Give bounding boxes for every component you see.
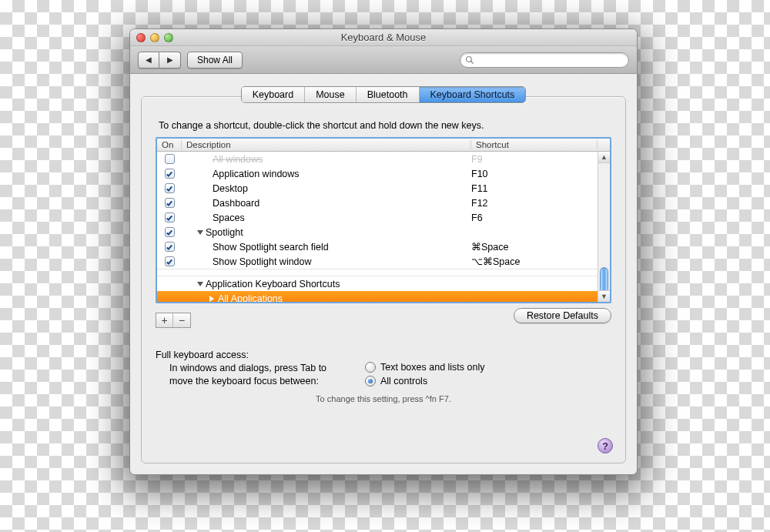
checkbox[interactable] <box>165 256 175 266</box>
fka-title: Full keyboard access: <box>156 350 611 360</box>
row-description: Application Keyboard Shortcuts <box>206 279 340 289</box>
disclosure-triangle-icon[interactable] <box>197 282 203 286</box>
forward-button[interactable]: ▶ <box>159 52 181 69</box>
table-row[interactable]: DashboardF12 <box>157 196 610 210</box>
remove-button[interactable]: − <box>173 313 190 327</box>
table-row[interactable]: Show Spotlight window⌥⌘Space <box>157 254 610 269</box>
table-row[interactable]: Show Spotlight search field⌘Space <box>157 239 610 254</box>
row-shortcut[interactable]: F12 <box>471 198 598 209</box>
row-shortcut[interactable]: F6 <box>471 212 598 223</box>
radio-icon <box>365 376 376 386</box>
preferences-window: Keyboard & Mouse ◀ ▶ Show All KeyboardMo… <box>129 28 638 475</box>
row-description: All windows <box>213 154 263 165</box>
checkbox[interactable] <box>165 227 175 237</box>
row-shortcut[interactable]: ⌘Space <box>471 241 598 253</box>
add-button[interactable]: + <box>156 313 173 327</box>
table-row[interactable]: All windowsF9 <box>157 152 610 166</box>
svg-point-0 <box>467 56 472 62</box>
row-shortcut[interactable]: F10 <box>471 169 598 179</box>
checkbox[interactable] <box>165 212 175 223</box>
radio-label: All controls <box>380 376 427 386</box>
col-on[interactable]: On <box>157 140 182 149</box>
shortcuts-table: On Description Shortcut All windowsF9App… <box>156 137 611 303</box>
tab-bluetooth[interactable]: Bluetooth <box>357 87 420 102</box>
search-input[interactable] <box>477 54 624 66</box>
table-body: All windowsF9Application windowsF10Deskt… <box>157 152 610 302</box>
scroll-down-button[interactable]: ▼ <box>598 290 610 302</box>
row-description: Dashboard <box>213 198 259 209</box>
table-row[interactable]: All Applications <box>157 291 610 302</box>
checkbox[interactable] <box>165 242 175 252</box>
radio-label: Text boxes and lists only <box>380 362 485 373</box>
row-description: Spotlight <box>206 227 243 238</box>
window-body: KeyboardMouseBluetoothKeyboard Shortcuts… <box>130 74 637 474</box>
chevron-right-icon: ▶ <box>167 55 173 64</box>
row-shortcut[interactable]: F9 <box>471 154 598 165</box>
table-gap <box>157 269 610 276</box>
scroll-up-button[interactable]: ▲ <box>598 152 610 163</box>
tab-mouse[interactable]: Mouse <box>305 87 357 102</box>
full-keyboard-access: Full keyboard access: In windows and dia… <box>156 350 611 403</box>
fka-options: Text boxes and lists only All controls <box>365 362 485 390</box>
checkbox[interactable] <box>165 169 175 179</box>
shortcuts-panel: To change a shortcut, double-click the s… <box>141 96 626 463</box>
scrollbar[interactable]: ▲ ▼ <box>598 152 610 302</box>
row-description: Application windows <box>213 169 300 179</box>
row-description: Desktop <box>213 183 248 194</box>
tab-keyboard-shortcuts[interactable]: Keyboard Shortcuts <box>420 87 526 102</box>
tab-keyboard[interactable]: Keyboard <box>242 87 306 102</box>
table-header: On Description Shortcut <box>157 139 610 152</box>
table-row[interactable]: Spotlight <box>157 225 610 239</box>
col-shortcut[interactable]: Shortcut <box>471 140 598 149</box>
row-description: Show Spotlight window <box>213 256 312 267</box>
restore-defaults-button[interactable]: Restore Defaults <box>514 308 611 323</box>
disclosure-triangle-icon[interactable] <box>197 230 203 235</box>
row-description: Show Spotlight search field <box>213 242 329 253</box>
back-button[interactable]: ◀ <box>138 52 159 69</box>
table-row[interactable]: DesktopF11 <box>157 181 610 196</box>
add-remove-control: + − <box>156 313 191 328</box>
chevron-left-icon: ◀ <box>146 55 152 64</box>
checkbox[interactable] <box>165 183 175 193</box>
table-row[interactable]: Application windowsF10 <box>157 166 610 181</box>
checkbox[interactable] <box>165 198 175 208</box>
fka-hint: To change this setting, press ^fn F7. <box>156 394 611 403</box>
row-description: Spaces <box>213 212 245 223</box>
table-row[interactable]: SpacesF6 <box>157 210 610 225</box>
disclosure-triangle-icon[interactable] <box>209 296 214 302</box>
nav-back-forward: ◀ ▶ <box>138 52 181 69</box>
radio-text-boxes-only[interactable]: Text boxes and lists only <box>365 362 485 373</box>
radio-icon <box>365 362 376 373</box>
tab-bar: KeyboardMouseBluetoothKeyboard Shortcuts <box>241 86 527 103</box>
row-description: All Applications <box>218 293 283 303</box>
table-row[interactable]: Application Keyboard Shortcuts <box>157 276 610 291</box>
toolbar: ◀ ▶ Show All <box>130 46 637 74</box>
instruction-text: To change a shortcut, double-click the s… <box>159 120 608 131</box>
row-shortcut[interactable]: ⌥⌘Space <box>471 256 598 267</box>
search-icon <box>465 55 474 65</box>
search-field[interactable] <box>460 52 629 68</box>
show-all-button[interactable]: Show All <box>187 52 243 69</box>
svg-line-1 <box>471 61 474 63</box>
checkbox[interactable] <box>165 154 175 164</box>
row-shortcut[interactable]: F11 <box>471 183 598 194</box>
radio-all-controls[interactable]: All controls <box>365 376 485 386</box>
window-title: Keyboard & Mouse <box>130 32 637 43</box>
col-description[interactable]: Description <box>182 140 471 149</box>
scroll-thumb[interactable] <box>600 267 608 293</box>
titlebar: Keyboard & Mouse <box>130 29 637 46</box>
help-button[interactable]: ? <box>598 438 613 453</box>
fka-explain: In windows and dialogs, press Tab to mov… <box>156 362 356 390</box>
